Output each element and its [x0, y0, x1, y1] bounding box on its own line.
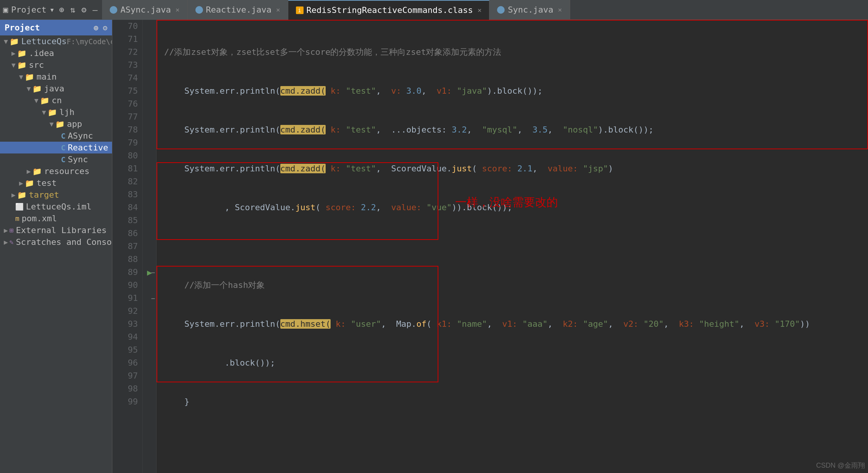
- project-label: ▣ Project ▾: [3, 5, 54, 14]
- sidebar-settings-icon[interactable]: ⚙: [103, 23, 107, 32]
- expand-arrow-ext: ▶: [4, 226, 8, 234]
- code-line-71: System.err.println(cmd.zadd( k: "test", …: [164, 85, 860, 97]
- tree-src[interactable]: ▼ 📁 src: [0, 59, 112, 71]
- expand-arrow-java: ▼: [27, 85, 31, 93]
- line-72: System.err.println(cmd.zadd( k: "test", …: [164, 123, 654, 136]
- reactive-java-icon: [195, 6, 203, 14]
- tree-target[interactable]: ▶ 📁 target: [0, 189, 112, 201]
- async-file-icon: C: [61, 131, 66, 141]
- expand-arrow-test: ▶: [19, 179, 23, 187]
- comment-70: //添加zset对象，zset比set多一个score的分数功能，三种向zset…: [164, 46, 501, 59]
- tab-bar: ASync.java × Reactive.java × i RedisStri…: [102, 0, 570, 20]
- tree-ljh-label: ljh: [59, 107, 75, 117]
- tree-iml-label: LettuceQs.iml: [26, 202, 91, 211]
- tab-async-label: ASync.java: [120, 5, 171, 14]
- code-container: 70 71 72 73 74 75 76 77 78 79 80 81 82 8…: [112, 20, 868, 473]
- tab-reactive[interactable]: Reactive.java ×: [188, 0, 288, 20]
- async-java-icon: [110, 6, 117, 14]
- fold-icon-91[interactable]: −: [151, 294, 155, 302]
- dropdown-icon[interactable]: ▾: [50, 5, 54, 14]
- code-line-72: System.err.println(cmd.zadd( k: "test", …: [164, 123, 860, 136]
- code-line-80: [164, 434, 860, 447]
- line-78: .block());: [164, 356, 275, 369]
- tree-main[interactable]: ▼ 📁 main: [0, 71, 112, 83]
- tree-sync-file-label: Sync: [68, 155, 88, 164]
- tree-reactive-file[interactable]: C Reactive: [0, 142, 112, 153]
- scratch-icon: ✎: [10, 238, 14, 246]
- pom-icon: m: [15, 214, 19, 222]
- code-content[interactable]: //添加zset对象，zset比set多一个score的分数功能，三种向zset…: [157, 20, 868, 473]
- top-bar: ▣ Project ▾ ⊕ ⇅ ⚙ — ASync.java × Reactiv…: [0, 0, 868, 20]
- tree-scratches[interactable]: ▶ ✎ Scratches and Consoles: [0, 236, 112, 248]
- tree-external-libraries[interactable]: ▶ ⊞ External Libraries: [0, 224, 112, 236]
- tree-ljh[interactable]: ▼ 📁 ljh: [0, 106, 112, 118]
- tree-lettuceqs-iml[interactable]: ⬜ LettuceQs.iml: [0, 201, 112, 213]
- comment-76: //添加一个hash对象: [164, 279, 265, 292]
- expand-arrow-idea: ▶: [11, 49, 16, 57]
- tree-sync-file[interactable]: C Sync: [0, 153, 112, 165]
- tab-redis-close[interactable]: ×: [478, 6, 482, 14]
- tree-cn-label: cn: [52, 96, 62, 105]
- tree-app[interactable]: ▼ 📁 app: [0, 118, 112, 130]
- folder-icon: 📁: [10, 37, 19, 46]
- code-line-73: System.err.println(cmd.zadd( k: "test", …: [164, 162, 860, 175]
- settings-icon[interactable]: ⚙: [82, 5, 86, 14]
- sidebar-title: Project: [5, 23, 40, 32]
- expand-arrow: ▼: [4, 37, 8, 45]
- resources-folder-icon: 📁: [32, 167, 42, 176]
- line-73: System.err.println(cmd.zadd( k: "test", …: [164, 162, 613, 175]
- code-area: 70 71 72 73 74 75 76 77 78 79 80 81 82 8…: [112, 20, 868, 473]
- line-77: System.err.println(cmd.hmset( k: "user",…: [164, 318, 810, 331]
- redis-class-icon: i: [296, 6, 304, 14]
- sync-icon[interactable]: ⊕: [59, 5, 64, 14]
- tab-redis-label: RedisStringReactiveCommands.class: [307, 5, 473, 15]
- tree-async-file[interactable]: C ASync: [0, 130, 112, 142]
- tab-async-close[interactable]: ×: [176, 6, 180, 14]
- tab-sync[interactable]: Sync.java ×: [489, 0, 570, 20]
- tab-reactive-label: Reactive.java: [206, 5, 272, 14]
- tree-reactive-file-label: Reactive: [68, 143, 108, 152]
- sidebar-header-icons: ⊕ ⚙: [94, 23, 107, 32]
- expand-arrow-src: ▼: [11, 61, 16, 69]
- sync-file-icon: C: [61, 155, 66, 164]
- tree-cn[interactable]: ▼ 📁 cn: [0, 94, 112, 106]
- cn-folder-icon: 📁: [40, 96, 50, 105]
- test-folder-icon: 📁: [25, 179, 34, 188]
- app-folder-icon: 📁: [55, 120, 65, 129]
- minimize-icon[interactable]: —: [93, 5, 98, 14]
- annotation-text: 一样，没啥需要改的: [455, 195, 558, 210]
- tree-java-label: java: [44, 84, 64, 93]
- tree-idea[interactable]: ▶ 📁 .idea: [0, 47, 112, 59]
- tree-test[interactable]: ▶ 📁 test: [0, 177, 112, 189]
- tree-lettuceqs-path: F:\myCode\crazyCode\S: [67, 37, 112, 46]
- expand-arrow-target: ▶: [11, 191, 16, 199]
- iml-icon: ⬜: [15, 203, 24, 211]
- tree-java[interactable]: ▼ 📁 java: [0, 83, 112, 94]
- tab-async[interactable]: ASync.java ×: [102, 0, 187, 20]
- ljh-folder-icon: 📁: [48, 108, 57, 117]
- tree-lettuceqs-label: LettuceQs: [21, 37, 67, 46]
- sort-icon[interactable]: ⇅: [70, 5, 75, 14]
- sidebar: Project ⊕ ⚙ ▼ 📁 LettuceQs F:\myCode\craz…: [0, 20, 112, 473]
- expand-arrow-ljh: ▼: [42, 108, 46, 116]
- expand-arrow-scratch: ▶: [4, 238, 8, 246]
- tree-pom[interactable]: m pom.xml: [0, 213, 112, 224]
- tab-reactive-close[interactable]: ×: [276, 6, 280, 14]
- line-numbers: 70 71 72 73 74 75 76 77 78 79 80 81 82 8…: [112, 20, 143, 473]
- project-title: Project: [11, 5, 46, 14]
- tree-resources-label: resources: [44, 166, 90, 176]
- line-79: }: [164, 395, 189, 408]
- tab-redis[interactable]: i RedisStringReactiveCommands.class ×: [288, 0, 490, 20]
- tree-scratches-label: Scratches and Consoles: [16, 237, 112, 247]
- tree-resources[interactable]: ▶ 📁 resources: [0, 165, 112, 177]
- tab-sync-close[interactable]: ×: [558, 6, 562, 14]
- code-line-77: System.err.println(cmd.hmset( k: "user",…: [164, 318, 860, 331]
- tree-ext-label: External Libraries: [16, 225, 107, 235]
- java-folder-icon: 📁: [32, 84, 42, 93]
- code-line-78: .block());: [164, 356, 860, 369]
- tree-app-label: app: [67, 119, 82, 129]
- fold-icon-89[interactable]: −: [151, 268, 155, 276]
- ext-lib-icon: ⊞: [10, 226, 14, 234]
- tree-lettuceqs[interactable]: ▼ 📁 LettuceQs F:\myCode\crazyCode\S: [0, 35, 112, 47]
- sidebar-sync-icon[interactable]: ⊕: [94, 23, 98, 32]
